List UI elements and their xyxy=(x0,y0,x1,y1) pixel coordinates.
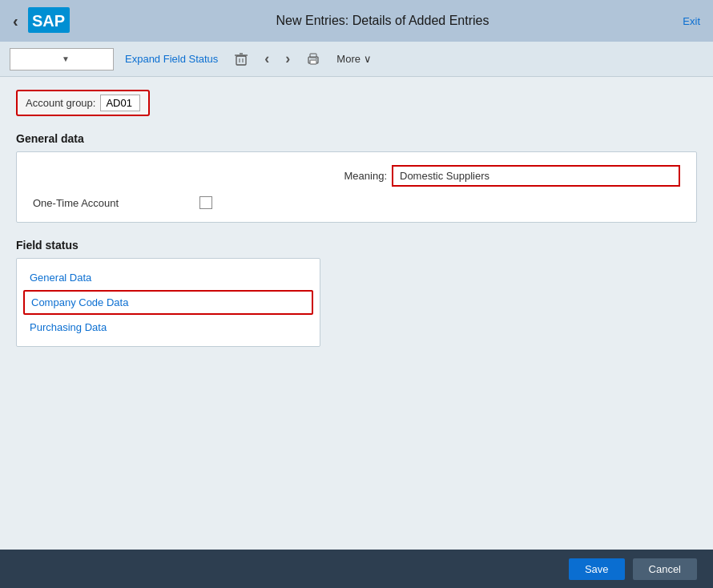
one-time-account-label: One-Time Account xyxy=(33,197,193,209)
one-time-account-checkbox[interactable] xyxy=(199,196,212,209)
bottom-bar: Save Cancel xyxy=(0,550,713,588)
account-group-label: Account group: xyxy=(26,97,95,109)
meaning-input[interactable] xyxy=(392,165,680,187)
delete-icon xyxy=(234,52,248,66)
expand-field-status-button[interactable]: Expand Field Status xyxy=(120,50,223,68)
account-group-section: Account group: AD01 xyxy=(16,90,697,116)
page-title: New Entries: Details of Added Entries xyxy=(83,14,683,28)
field-status-item-general-data[interactable]: General Data xyxy=(17,265,320,290)
account-group-box: Account group: AD01 xyxy=(16,90,150,116)
header: ‹ SAP New Entries: Details of Added Entr… xyxy=(0,0,713,42)
next-icon: › xyxy=(285,50,290,67)
back-button[interactable]: ‹ xyxy=(13,12,18,30)
svg-text:SAP: SAP xyxy=(32,12,65,30)
chevron-down-icon: ▼ xyxy=(62,54,107,63)
delete-button[interactable] xyxy=(229,50,253,68)
main-content: Account group: AD01 General data Meaning… xyxy=(0,77,713,550)
toolbar-dropdown[interactable]: ▼ xyxy=(10,48,114,70)
general-data-section: General data Meaning: One-Time Account xyxy=(16,132,697,223)
svg-rect-8 xyxy=(310,60,316,64)
exit-button[interactable]: Exit xyxy=(683,15,700,27)
meaning-row: Meaning: xyxy=(33,165,680,187)
field-status-item-company-code-data[interactable]: Company Code Data xyxy=(23,290,313,315)
prev-icon: ‹ xyxy=(264,50,269,67)
field-status-title: Field status xyxy=(16,239,697,252)
field-status-box: General Data Company Code Data Purchasin… xyxy=(16,258,320,347)
svg-rect-2 xyxy=(236,56,246,65)
field-status-section: Field status General Data Company Code D… xyxy=(16,239,697,347)
print-button[interactable] xyxy=(301,50,325,68)
general-data-box: Meaning: One-Time Account xyxy=(16,151,697,223)
toolbar: ▼ Expand Field Status ‹ › More ∨ xyxy=(0,42,713,77)
field-status-item-purchasing-data[interactable]: Purchasing Data xyxy=(17,315,320,340)
account-group-value: AD01 xyxy=(100,95,140,111)
general-data-title: General data xyxy=(16,132,697,145)
print-icon xyxy=(306,52,320,66)
sap-logo: SAP xyxy=(28,7,70,35)
save-button[interactable]: Save xyxy=(569,558,625,580)
next-button[interactable]: › xyxy=(280,49,295,69)
cancel-button[interactable]: Cancel xyxy=(633,558,697,580)
meaning-label: Meaning: xyxy=(344,170,387,182)
more-button[interactable]: More ∨ xyxy=(332,50,376,68)
one-time-account-row: One-Time Account xyxy=(33,196,680,209)
svg-point-10 xyxy=(316,58,318,59)
prev-button[interactable]: ‹ xyxy=(260,49,274,69)
